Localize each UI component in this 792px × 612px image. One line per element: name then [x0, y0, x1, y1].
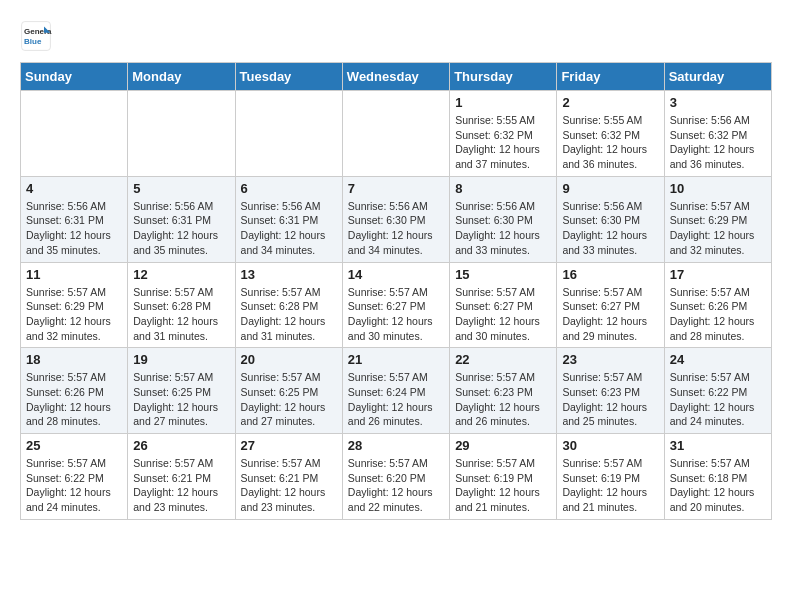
calendar-day-cell: 5Sunrise: 5:56 AMSunset: 6:31 PMDaylight…	[128, 176, 235, 262]
day-info: Sunrise: 5:57 AMSunset: 6:19 PMDaylight:…	[562, 456, 658, 515]
day-info: Sunrise: 5:56 AMSunset: 6:32 PMDaylight:…	[670, 113, 766, 172]
day-info: Sunrise: 5:57 AMSunset: 6:22 PMDaylight:…	[26, 456, 122, 515]
day-info: Sunrise: 5:57 AMSunset: 6:27 PMDaylight:…	[348, 285, 444, 344]
day-number: 30	[562, 438, 658, 453]
day-number: 16	[562, 267, 658, 282]
day-info: Sunrise: 5:56 AMSunset: 6:30 PMDaylight:…	[348, 199, 444, 258]
svg-text:Blue: Blue	[24, 37, 42, 46]
calendar-day-cell: 26Sunrise: 5:57 AMSunset: 6:21 PMDayligh…	[128, 434, 235, 520]
day-number: 15	[455, 267, 551, 282]
logo: General Blue	[20, 20, 58, 52]
calendar-day-cell: 10Sunrise: 5:57 AMSunset: 6:29 PMDayligh…	[664, 176, 771, 262]
calendar-day-cell: 13Sunrise: 5:57 AMSunset: 6:28 PMDayligh…	[235, 262, 342, 348]
calendar-day-cell: 9Sunrise: 5:56 AMSunset: 6:30 PMDaylight…	[557, 176, 664, 262]
day-number: 4	[26, 181, 122, 196]
day-number: 3	[670, 95, 766, 110]
weekday-header: Wednesday	[342, 63, 449, 91]
calendar-week-row: 18Sunrise: 5:57 AMSunset: 6:26 PMDayligh…	[21, 348, 772, 434]
calendar-day-cell: 8Sunrise: 5:56 AMSunset: 6:30 PMDaylight…	[450, 176, 557, 262]
day-info: Sunrise: 5:57 AMSunset: 6:29 PMDaylight:…	[670, 199, 766, 258]
calendar-day-cell: 16Sunrise: 5:57 AMSunset: 6:27 PMDayligh…	[557, 262, 664, 348]
day-number: 13	[241, 267, 337, 282]
calendar-day-cell: 1Sunrise: 5:55 AMSunset: 6:32 PMDaylight…	[450, 91, 557, 177]
calendar-day-cell: 7Sunrise: 5:56 AMSunset: 6:30 PMDaylight…	[342, 176, 449, 262]
calendar-day-cell: 19Sunrise: 5:57 AMSunset: 6:25 PMDayligh…	[128, 348, 235, 434]
day-info: Sunrise: 5:57 AMSunset: 6:18 PMDaylight:…	[670, 456, 766, 515]
day-info: Sunrise: 5:56 AMSunset: 6:31 PMDaylight:…	[241, 199, 337, 258]
calendar-day-cell: 11Sunrise: 5:57 AMSunset: 6:29 PMDayligh…	[21, 262, 128, 348]
day-info: Sunrise: 5:57 AMSunset: 6:26 PMDaylight:…	[670, 285, 766, 344]
day-number: 28	[348, 438, 444, 453]
day-number: 19	[133, 352, 229, 367]
calendar-day-cell: 30Sunrise: 5:57 AMSunset: 6:19 PMDayligh…	[557, 434, 664, 520]
calendar-day-cell: 27Sunrise: 5:57 AMSunset: 6:21 PMDayligh…	[235, 434, 342, 520]
calendar-day-cell: 18Sunrise: 5:57 AMSunset: 6:26 PMDayligh…	[21, 348, 128, 434]
day-info: Sunrise: 5:57 AMSunset: 6:29 PMDaylight:…	[26, 285, 122, 344]
calendar-day-cell: 29Sunrise: 5:57 AMSunset: 6:19 PMDayligh…	[450, 434, 557, 520]
day-number: 29	[455, 438, 551, 453]
day-number: 14	[348, 267, 444, 282]
day-info: Sunrise: 5:56 AMSunset: 6:31 PMDaylight:…	[133, 199, 229, 258]
calendar-day-cell: 15Sunrise: 5:57 AMSunset: 6:27 PMDayligh…	[450, 262, 557, 348]
day-info: Sunrise: 5:57 AMSunset: 6:21 PMDaylight:…	[133, 456, 229, 515]
day-number: 8	[455, 181, 551, 196]
day-number: 10	[670, 181, 766, 196]
calendar-day-cell	[21, 91, 128, 177]
calendar-day-cell: 14Sunrise: 5:57 AMSunset: 6:27 PMDayligh…	[342, 262, 449, 348]
day-info: Sunrise: 5:55 AMSunset: 6:32 PMDaylight:…	[455, 113, 551, 172]
calendar-day-cell: 12Sunrise: 5:57 AMSunset: 6:28 PMDayligh…	[128, 262, 235, 348]
calendar-day-cell: 22Sunrise: 5:57 AMSunset: 6:23 PMDayligh…	[450, 348, 557, 434]
day-info: Sunrise: 5:57 AMSunset: 6:22 PMDaylight:…	[670, 370, 766, 429]
weekday-header: Saturday	[664, 63, 771, 91]
day-number: 27	[241, 438, 337, 453]
day-info: Sunrise: 5:56 AMSunset: 6:30 PMDaylight:…	[562, 199, 658, 258]
day-number: 31	[670, 438, 766, 453]
calendar-week-row: 25Sunrise: 5:57 AMSunset: 6:22 PMDayligh…	[21, 434, 772, 520]
day-number: 11	[26, 267, 122, 282]
day-number: 12	[133, 267, 229, 282]
day-number: 23	[562, 352, 658, 367]
day-info: Sunrise: 5:57 AMSunset: 6:23 PMDaylight:…	[562, 370, 658, 429]
calendar-week-row: 4Sunrise: 5:56 AMSunset: 6:31 PMDaylight…	[21, 176, 772, 262]
weekday-header: Sunday	[21, 63, 128, 91]
day-info: Sunrise: 5:57 AMSunset: 6:28 PMDaylight:…	[133, 285, 229, 344]
day-number: 2	[562, 95, 658, 110]
day-number: 25	[26, 438, 122, 453]
calendar-day-cell: 31Sunrise: 5:57 AMSunset: 6:18 PMDayligh…	[664, 434, 771, 520]
calendar-day-cell: 24Sunrise: 5:57 AMSunset: 6:22 PMDayligh…	[664, 348, 771, 434]
calendar-week-row: 1Sunrise: 5:55 AMSunset: 6:32 PMDaylight…	[21, 91, 772, 177]
calendar-day-cell: 20Sunrise: 5:57 AMSunset: 6:25 PMDayligh…	[235, 348, 342, 434]
day-number: 17	[670, 267, 766, 282]
logo-icon: General Blue	[20, 20, 52, 52]
calendar-day-cell	[128, 91, 235, 177]
calendar-day-cell: 25Sunrise: 5:57 AMSunset: 6:22 PMDayligh…	[21, 434, 128, 520]
calendar-day-cell: 17Sunrise: 5:57 AMSunset: 6:26 PMDayligh…	[664, 262, 771, 348]
day-info: Sunrise: 5:57 AMSunset: 6:28 PMDaylight:…	[241, 285, 337, 344]
day-number: 26	[133, 438, 229, 453]
day-number: 20	[241, 352, 337, 367]
day-info: Sunrise: 5:57 AMSunset: 6:25 PMDaylight:…	[241, 370, 337, 429]
weekday-header: Tuesday	[235, 63, 342, 91]
calendar-day-cell: 2Sunrise: 5:55 AMSunset: 6:32 PMDaylight…	[557, 91, 664, 177]
day-info: Sunrise: 5:57 AMSunset: 6:21 PMDaylight:…	[241, 456, 337, 515]
day-number: 5	[133, 181, 229, 196]
day-number: 9	[562, 181, 658, 196]
weekday-header: Friday	[557, 63, 664, 91]
calendar-day-cell: 3Sunrise: 5:56 AMSunset: 6:32 PMDaylight…	[664, 91, 771, 177]
day-info: Sunrise: 5:57 AMSunset: 6:26 PMDaylight:…	[26, 370, 122, 429]
day-number: 24	[670, 352, 766, 367]
day-info: Sunrise: 5:56 AMSunset: 6:31 PMDaylight:…	[26, 199, 122, 258]
page-header: General Blue	[20, 20, 772, 52]
day-number: 22	[455, 352, 551, 367]
calendar-day-cell	[235, 91, 342, 177]
calendar-header-row: SundayMondayTuesdayWednesdayThursdayFrid…	[21, 63, 772, 91]
calendar-day-cell: 6Sunrise: 5:56 AMSunset: 6:31 PMDaylight…	[235, 176, 342, 262]
weekday-header: Monday	[128, 63, 235, 91]
calendar-table: SundayMondayTuesdayWednesdayThursdayFrid…	[20, 62, 772, 520]
day-number: 18	[26, 352, 122, 367]
calendar-day-cell: 28Sunrise: 5:57 AMSunset: 6:20 PMDayligh…	[342, 434, 449, 520]
day-info: Sunrise: 5:55 AMSunset: 6:32 PMDaylight:…	[562, 113, 658, 172]
calendar-day-cell: 4Sunrise: 5:56 AMSunset: 6:31 PMDaylight…	[21, 176, 128, 262]
calendar-day-cell: 23Sunrise: 5:57 AMSunset: 6:23 PMDayligh…	[557, 348, 664, 434]
day-info: Sunrise: 5:57 AMSunset: 6:24 PMDaylight:…	[348, 370, 444, 429]
